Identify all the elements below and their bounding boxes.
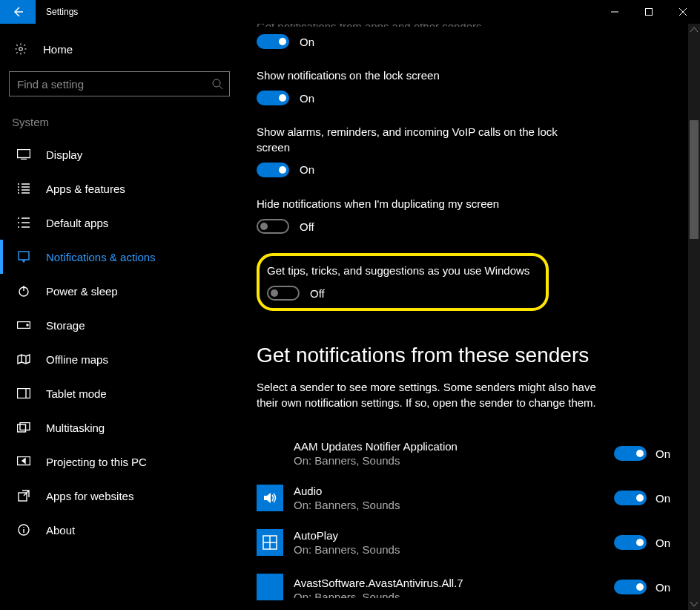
setting-label: Hide notifications when I'm duplicating … [257, 197, 583, 211]
svg-point-2 [213, 79, 220, 87]
sidebar-item-label: Storage [46, 319, 85, 332]
storage-icon [16, 318, 31, 332]
projecting-icon [16, 454, 31, 469]
toggle-state: On [300, 92, 314, 105]
toggle-switch[interactable] [614, 446, 647, 461]
setting-get-notifications: Get notifications from apps and other se… [257, 24, 685, 49]
sidebar-item-tablet-mode[interactable]: Tablet mode [0, 376, 239, 410]
scrollbar[interactable] [688, 24, 700, 610]
sidebar-item-label: Power & sleep [46, 285, 118, 298]
setting-label: Get tips, tricks, and suggestions as you… [267, 263, 529, 278]
home-label: Home [43, 43, 73, 56]
setting-label: Show notifications on the lock screen [257, 68, 583, 83]
app-icon [257, 574, 283, 600]
sidebar-item-label: Default apps [46, 217, 108, 229]
sidebar-item-projecting[interactable]: Projecting to this PC [0, 445, 239, 479]
sidebar-item-label: Apps & features [46, 183, 125, 195]
sidebar-item-notifications[interactable]: Notifications & actions [0, 240, 239, 274]
notification-icon [16, 249, 31, 264]
close-button[interactable] [666, 0, 700, 24]
search-box[interactable] [9, 71, 230, 96]
scroll-thumb[interactable] [690, 120, 699, 239]
toggle-state: Off [310, 287, 325, 300]
sidebar: Home System Display Apps & features Defa… [0, 24, 239, 610]
setting-label: Get notifications from apps and other se… [257, 24, 583, 27]
toggle-switch[interactable] [257, 219, 289, 234]
toggle-switch[interactable] [257, 91, 289, 105]
audio-icon [257, 485, 283, 511]
toggle-switch[interactable] [614, 491, 647, 505]
titlebar: Settings [0, 0, 700, 24]
display-icon [16, 147, 31, 162]
autoplay-icon [257, 529, 283, 556]
home-link[interactable]: Home [0, 34, 239, 64]
sidebar-item-label: Multitasking [46, 422, 105, 434]
search-input[interactable] [17, 78, 211, 91]
list-icon [16, 181, 31, 196]
sender-name: AAM Updates Notifier Application [294, 440, 604, 453]
toggle-state: On [300, 163, 314, 176]
sidebar-item-label: Display [46, 148, 82, 161]
arrow-left-icon [12, 6, 24, 18]
scroll-down-button[interactable] [688, 598, 700, 610]
svg-rect-3 [18, 150, 30, 158]
scroll-up-button[interactable] [688, 24, 700, 36]
sidebar-item-apps-features[interactable]: Apps & features [0, 171, 239, 206]
svg-rect-8 [18, 389, 30, 399]
sidebar-item-power-sleep[interactable]: Power & sleep [0, 274, 239, 308]
grid-icon [16, 215, 31, 230]
setting-alarms-lock-screen: Show alarms, reminders, and incoming VoI… [257, 125, 685, 177]
tablet-icon [16, 386, 31, 401]
sidebar-item-about[interactable]: About [0, 513, 239, 547]
toggle-state: On [656, 447, 670, 460]
svg-rect-10 [20, 423, 30, 430]
window-title: Settings [36, 7, 78, 17]
group-label: System [0, 96, 239, 137]
setting-hide-duplicating: Hide notifications when I'm duplicating … [257, 197, 685, 234]
sender-subtext: On: Banners, Sounds [294, 591, 604, 598]
gear-icon [13, 42, 28, 56]
sidebar-item-storage[interactable]: Storage [0, 308, 239, 342]
back-button[interactable] [0, 0, 36, 24]
sidebar-item-label: About [46, 524, 75, 537]
toggle-switch[interactable] [257, 34, 289, 49]
sidebar-item-multitasking[interactable]: Multitasking [0, 410, 239, 445]
sender-subtext: On: Banners, Sounds [294, 499, 604, 511]
sender-subtext: On: Banners, Sounds [294, 454, 604, 467]
svg-rect-4 [19, 252, 29, 260]
info-icon [16, 522, 31, 537]
sidebar-item-label: Tablet mode [46, 387, 107, 400]
setting-lock-screen-notifications: Show notifications on the lock screen On [257, 68, 685, 105]
svg-rect-0 [646, 9, 653, 16]
content: Get notifications from apps and other se… [239, 24, 700, 610]
highlighted-setting: Get tips, tricks, and suggestions as you… [257, 253, 549, 311]
sender-subtext: On: Banners, Sounds [294, 543, 604, 556]
toggle-state: Off [300, 220, 314, 233]
sender-name: Audio [294, 485, 604, 497]
senders-description: Select a sender to see more settings. So… [257, 379, 605, 410]
sender-item[interactable]: AvastSoftware.AvastAntivirus.All.7 On: B… [257, 565, 685, 600]
sidebar-item-offline-maps[interactable]: Offline maps [0, 342, 239, 376]
senders-heading: Get notifications from these senders [257, 344, 685, 367]
sidebar-item-label: Projecting to this PC [46, 456, 147, 468]
power-icon [16, 283, 31, 298]
svg-point-7 [27, 324, 28, 326]
multitasking-icon [16, 420, 31, 435]
sidebar-item-apps-websites[interactable]: Apps for websites [0, 479, 239, 513]
sidebar-item-display[interactable]: Display [0, 137, 239, 171]
maximize-button[interactable] [632, 0, 666, 24]
sidebar-item-default-apps[interactable]: Default apps [0, 206, 239, 240]
sender-item[interactable]: Audio On: Banners, Sounds On [257, 476, 685, 520]
toggle-switch[interactable] [267, 286, 300, 301]
toggle-switch[interactable] [614, 580, 647, 594]
toggle-switch[interactable] [257, 163, 289, 177]
toggle-state: On [656, 581, 670, 594]
sender-item[interactable]: AutoPlay On: Banners, Sounds On [257, 520, 685, 565]
toggle-switch[interactable] [614, 535, 647, 550]
app-icon [257, 440, 283, 467]
search-icon [211, 78, 223, 90]
sidebar-item-label: Apps for websites [46, 490, 133, 502]
sender-item[interactable]: AAM Updates Notifier Application On: Ban… [257, 431, 685, 476]
sidebar-item-label: Notifications & actions [46, 251, 156, 263]
minimize-button[interactable] [598, 0, 632, 24]
